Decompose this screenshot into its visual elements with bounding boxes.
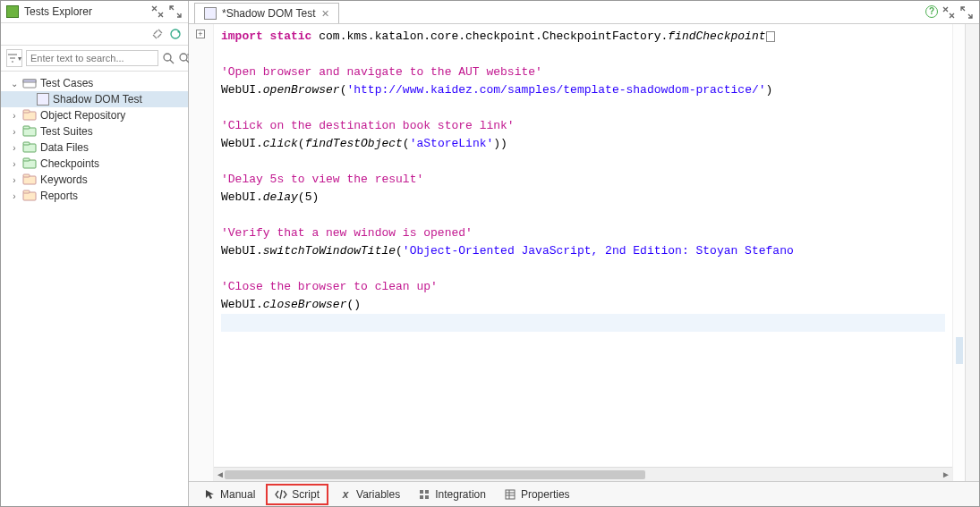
tests-explorer-panel: Tests Explorer ▾ ⌄ Test Cases Shadow DOM… xyxy=(1,1,189,506)
expand-toggle[interactable]: › xyxy=(10,143,19,153)
tab-label: Script xyxy=(292,488,320,501)
overview-ruler[interactable] xyxy=(952,24,965,481)
code-editor[interactable]: import static com.kms.katalon.core.check… xyxy=(214,24,952,467)
test-cases-icon xyxy=(22,77,37,89)
collapse-icon[interactable] xyxy=(150,4,165,19)
expand-toggle[interactable]: › xyxy=(10,111,19,121)
tab-label: Manual xyxy=(220,488,255,501)
ruler-mark xyxy=(956,337,963,364)
code-icon xyxy=(275,488,287,501)
sidebar-header: Tests Explorer xyxy=(1,1,188,23)
tab-label: Variables xyxy=(356,488,400,501)
data-files-icon xyxy=(22,141,37,154)
search-icon[interactable] xyxy=(162,51,175,65)
editor-tab-shadow-dom-test[interactable]: *Shadow DOM Test ✕ xyxy=(194,3,339,23)
code-comment: 'Delay 5s to view the result' xyxy=(221,173,423,186)
sidebar-toolbar xyxy=(1,23,188,46)
fold-toggle-icon[interactable]: + xyxy=(196,30,205,38)
tree-label: Data Files xyxy=(40,141,89,154)
code-import-member: findCheckpoint xyxy=(668,30,765,43)
horizontal-scrollbar[interactable]: ◄ ► xyxy=(214,467,952,481)
code-import-kw: import static xyxy=(221,30,311,43)
tab-manual[interactable]: Manual xyxy=(196,486,262,503)
code-comment: 'Open browser and navigate to the AUT we… xyxy=(221,65,542,79)
svg-rect-12 xyxy=(23,142,30,145)
tree-label: Shadow DOM Test xyxy=(53,93,142,106)
tree-label: Checkpoints xyxy=(40,157,99,170)
code-import-pkg: com.kms.katalon.core.checkpoint.Checkpoi… xyxy=(311,30,668,43)
svg-point-1 xyxy=(164,54,171,61)
svg-rect-21 xyxy=(420,495,423,499)
reports-icon xyxy=(22,190,37,202)
tree-item-object-repository[interactable]: › Object Repository xyxy=(1,107,188,123)
expand-toggle[interactable]: ⌄ xyxy=(10,79,19,89)
svg-rect-16 xyxy=(23,174,30,177)
tab-properties[interactable]: Properties xyxy=(497,486,577,503)
object-repo-icon xyxy=(22,109,37,122)
refresh-icon[interactable] xyxy=(168,27,183,41)
tab-variables[interactable]: x Variables xyxy=(332,486,407,503)
svg-rect-14 xyxy=(23,158,30,161)
sidebar-title: Tests Explorer xyxy=(24,5,92,18)
editor-area: *Shadow DOM Test ✕ ? + import static com… xyxy=(189,1,979,506)
vertical-scrollbar[interactable] xyxy=(965,24,979,481)
svg-rect-6 xyxy=(23,80,36,82)
tree-item-shadow-dom-test[interactable]: Shadow DOM Test xyxy=(1,91,188,107)
editor-body: + import static com.kms.katalon.core.che… xyxy=(189,24,979,481)
test-case-icon xyxy=(37,93,49,106)
search-input[interactable] xyxy=(26,50,158,66)
project-tree[interactable]: ⌄ Test Cases Shadow DOM Test › Object Re… xyxy=(1,72,188,506)
tree-label: Keywords xyxy=(40,173,88,186)
editor-bottom-tabs: Manual Script x Variables Integration Pr… xyxy=(189,481,979,506)
tree-item-keywords[interactable]: › Keywords xyxy=(1,172,188,188)
svg-rect-19 xyxy=(420,490,423,494)
svg-rect-8 xyxy=(23,110,30,113)
explorer-icon xyxy=(6,5,19,18)
filter-dropdown[interactable]: ▾ xyxy=(6,49,22,67)
expand-toggle[interactable]: › xyxy=(10,175,19,185)
maximize-icon[interactable] xyxy=(959,5,974,20)
svg-rect-18 xyxy=(23,190,30,193)
scroll-right-arrow[interactable]: ► xyxy=(942,469,950,479)
integration-icon xyxy=(418,488,430,501)
code-comment: 'Close the browser to clean up' xyxy=(221,280,438,293)
expand-toggle[interactable]: › xyxy=(10,159,19,169)
keywords-icon xyxy=(22,173,37,186)
tree-item-reports[interactable]: › Reports xyxy=(1,188,188,204)
x-var-icon: x xyxy=(339,488,352,501)
svg-line-2 xyxy=(170,60,174,63)
cursor-icon xyxy=(203,488,216,501)
tree-item-checkpoints[interactable]: › Checkpoints xyxy=(1,156,188,172)
minimize-icon[interactable] xyxy=(942,5,956,20)
checkpoints-icon xyxy=(22,157,37,170)
properties-icon xyxy=(504,488,516,501)
help-icon[interactable]: ? xyxy=(925,5,938,18)
expand-toggle[interactable]: › xyxy=(10,191,19,201)
cursor-line: ​ xyxy=(221,314,945,332)
tab-integration[interactable]: Integration xyxy=(411,486,493,503)
tree-label: Object Repository xyxy=(40,109,125,122)
test-suites-icon xyxy=(22,125,37,138)
svg-rect-23 xyxy=(506,490,515,499)
code-comment: 'Verify that a new window is opened' xyxy=(221,226,473,240)
expand-toggle[interactable]: › xyxy=(10,127,19,137)
tree-item-test-cases[interactable]: ⌄ Test Cases xyxy=(1,75,188,91)
svg-rect-22 xyxy=(425,495,429,499)
editor-tab-label: *Shadow DOM Test xyxy=(222,7,316,20)
fold-indicator-icon xyxy=(766,31,775,42)
tree-label: Test Cases xyxy=(40,77,93,89)
tree-item-data-files[interactable]: › Data Files xyxy=(1,139,188,156)
scroll-left-arrow[interactable]: ◄ xyxy=(216,469,225,479)
tree-label: Reports xyxy=(40,190,78,202)
tree-label: Test Suites xyxy=(40,125,93,138)
expand-icon[interactable] xyxy=(168,4,183,19)
test-case-icon xyxy=(204,7,217,20)
tab-script[interactable]: Script xyxy=(266,484,328,505)
code-gutter[interactable]: + xyxy=(189,24,214,481)
scrollbar-thumb[interactable] xyxy=(225,470,645,479)
link-editor-icon[interactable] xyxy=(150,27,165,41)
code-comment: 'Click on the destination book store lin… xyxy=(221,119,515,132)
tree-item-test-suites[interactable]: › Test Suites xyxy=(1,123,188,139)
close-tab-icon[interactable]: ✕ xyxy=(321,8,329,20)
sidebar-search: ▾ xyxy=(1,46,188,72)
